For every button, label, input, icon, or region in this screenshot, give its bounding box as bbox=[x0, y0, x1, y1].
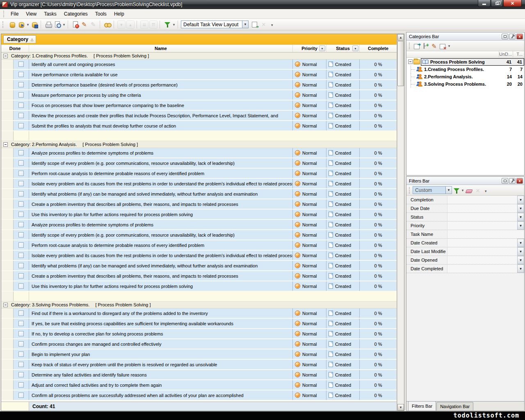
close-button[interactable]: ✕ bbox=[503, 0, 522, 7]
task-row[interactable]: Use this inventory to plan for further a… bbox=[1, 281, 397, 292]
task-row[interactable]: Use this inventory to plan for further a… bbox=[1, 210, 397, 220]
task-row[interactable]: If yes, be sure that existing process ca… bbox=[1, 319, 397, 329]
priority-cell[interactable]: Normal bbox=[293, 261, 326, 270]
column-header-name[interactable]: Name bbox=[29, 45, 293, 52]
task-row[interactable]: Isolate every problem and its causes fro… bbox=[1, 251, 397, 261]
vertical-scrollbar[interactable]: ▲ ▼ bbox=[397, 34, 404, 411]
priority-cell[interactable]: Normal bbox=[293, 169, 326, 178]
task-name-cell[interactable]: Adjust and correct failed activities and… bbox=[29, 380, 293, 390]
collapse-icon[interactable] bbox=[3, 303, 8, 307]
task-row[interactable]: Submit the profiles to analysts that mus… bbox=[1, 121, 397, 131]
task-view-icon[interactable] bbox=[163, 21, 171, 29]
status-cell[interactable]: Created bbox=[326, 189, 360, 199]
done-checkbox[interactable] bbox=[18, 113, 24, 118]
priority-cell[interactable]: Normal bbox=[293, 90, 326, 100]
priority-cell[interactable]: Normal bbox=[293, 148, 326, 158]
scroll-down-icon[interactable]: ▼ bbox=[397, 404, 404, 411]
save-layout-icon[interactable] bbox=[251, 21, 259, 29]
priority-cell[interactable]: Normal bbox=[293, 339, 326, 349]
task-name-cell[interactable]: Confirm all process problems are success… bbox=[29, 390, 293, 400]
task-row[interactable]: Confirm process changes are managed and … bbox=[1, 339, 397, 349]
open-database-icon[interactable] bbox=[17, 21, 25, 29]
done-checkbox[interactable] bbox=[18, 352, 24, 357]
tab-filters-bar[interactable]: Filters Bar bbox=[408, 401, 436, 411]
add-subcategory-icon[interactable] bbox=[422, 42, 429, 50]
task-row[interactable]: Create a problem inventory that describe… bbox=[1, 271, 397, 281]
status-cell[interactable]: Created bbox=[326, 121, 360, 130]
priority-cell[interactable]: Normal bbox=[293, 308, 326, 318]
done-checkbox[interactable] bbox=[18, 283, 24, 289]
priority-cell[interactable]: Normal bbox=[293, 121, 326, 130]
status-cell[interactable]: Created bbox=[326, 111, 360, 120]
done-checkbox[interactable] bbox=[18, 242, 24, 248]
task-row[interactable]: Adjust and correct failed activities and… bbox=[1, 380, 397, 390]
categories-pin-button[interactable] bbox=[509, 34, 516, 39]
task-name-cell[interactable]: Analyze process profiles to determine sy… bbox=[29, 220, 293, 229]
done-checkbox[interactable] bbox=[18, 92, 24, 98]
status-cell[interactable]: Created bbox=[326, 349, 360, 359]
task-name-cell[interactable]: Focus on processes that show lower perfo… bbox=[29, 100, 293, 110]
tree-item-category[interactable]: 2.Performing Analysis.1414 bbox=[406, 73, 524, 80]
filter-dropdown-icon[interactable]: ▼ bbox=[517, 221, 524, 230]
layout-combo-dropdown-icon[interactable]: ▼ bbox=[242, 21, 248, 28]
priority-cell[interactable]: Normal bbox=[293, 390, 326, 400]
task-row[interactable]: Determine any failed activities and iden… bbox=[1, 370, 397, 380]
done-checkbox[interactable] bbox=[18, 191, 24, 196]
delete-category-icon[interactable] bbox=[439, 42, 447, 50]
tree-item-category[interactable]: 1.Creating Process Profiles.77 bbox=[406, 66, 524, 73]
task-row[interactable]: Measure performance per process by using… bbox=[1, 90, 397, 100]
done-checkbox[interactable] bbox=[18, 181, 24, 186]
status-cell[interactable]: Created bbox=[326, 271, 360, 281]
done-checkbox[interactable] bbox=[18, 321, 24, 326]
category-group-header[interactable]: Category: 1.Creating Process Profiles.[ … bbox=[1, 52, 397, 59]
status-cell[interactable]: Created bbox=[326, 100, 360, 110]
collapse-icon[interactable] bbox=[3, 54, 8, 58]
task-name-cell[interactable]: Find out if there is a workaround to dis… bbox=[29, 308, 293, 318]
task-row[interactable]: Identify scope of every problem (e.g. po… bbox=[1, 158, 397, 169]
filter-value-field[interactable] bbox=[447, 204, 517, 212]
done-checkbox[interactable] bbox=[18, 341, 24, 347]
new-database-icon[interactable] bbox=[8, 21, 16, 29]
status-cell[interactable]: Created bbox=[326, 59, 360, 69]
task-name-cell[interactable]: Isolate every problem and its causes fro… bbox=[29, 179, 293, 188]
done-checkbox[interactable] bbox=[18, 393, 24, 398]
priority-cell[interactable]: Normal bbox=[293, 349, 326, 359]
edit-task-icon[interactable] bbox=[80, 21, 89, 29]
task-row[interactable]: Review the processes and create their pr… bbox=[1, 111, 397, 121]
task-name-cell[interactable]: Use this inventory to plan for further a… bbox=[29, 210, 293, 219]
priority-cell[interactable]: Normal bbox=[293, 210, 326, 219]
status-cell[interactable]: Created bbox=[326, 158, 360, 168]
filter-value-field[interactable] bbox=[447, 256, 517, 264]
done-checkbox[interactable] bbox=[18, 82, 24, 87]
done-checkbox[interactable] bbox=[18, 222, 24, 227]
task-name-cell[interactable]: Have performance criteria available for … bbox=[29, 70, 293, 79]
task-name-cell[interactable]: Review the processes and create their pr… bbox=[29, 111, 293, 120]
save-database-icon[interactable] bbox=[30, 21, 39, 29]
toolbar-overflow-icon[interactable] bbox=[269, 21, 277, 29]
done-checkbox[interactable] bbox=[18, 150, 24, 155]
filter-value-field[interactable] bbox=[447, 196, 517, 204]
collapse-icon[interactable] bbox=[3, 142, 8, 147]
print-preview-icon[interactable] bbox=[53, 21, 62, 29]
priority-cell[interactable]: Normal bbox=[293, 70, 326, 79]
done-checkbox[interactable] bbox=[18, 310, 24, 316]
status-filter-dropdown-icon[interactable]: ▼ bbox=[352, 46, 358, 51]
tree-root-selection[interactable]: Process Problem Solving 41 41 bbox=[421, 58, 524, 66]
task-row[interactable]: Analyze process profiles to determine sy… bbox=[1, 220, 397, 230]
task-name-cell[interactable]: If yes, be sure that existing process ca… bbox=[29, 319, 293, 328]
task-name-cell[interactable]: Analyze process profiles to determine sy… bbox=[29, 148, 293, 158]
status-cell[interactable]: Created bbox=[326, 360, 360, 369]
filter-value-field[interactable] bbox=[447, 247, 517, 256]
priority-cell[interactable]: Normal bbox=[293, 319, 326, 328]
done-checkbox[interactable] bbox=[18, 372, 24, 377]
tree-item-category[interactable]: 3.Solving Process Problems.2020 bbox=[406, 80, 524, 88]
status-cell[interactable]: Created bbox=[326, 90, 360, 100]
task-name-cell[interactable]: Create a problem inventory that describe… bbox=[29, 199, 293, 209]
priority-cell[interactable]: Normal bbox=[293, 199, 326, 209]
status-cell[interactable]: Created bbox=[326, 370, 360, 379]
status-cell[interactable]: Created bbox=[326, 210, 360, 219]
scrollbar-track[interactable] bbox=[397, 86, 404, 404]
priority-cell[interactable]: Normal bbox=[293, 111, 326, 120]
filters-overflow-icon[interactable] bbox=[482, 187, 490, 194]
tree-collapse-icon[interactable] bbox=[408, 59, 413, 64]
